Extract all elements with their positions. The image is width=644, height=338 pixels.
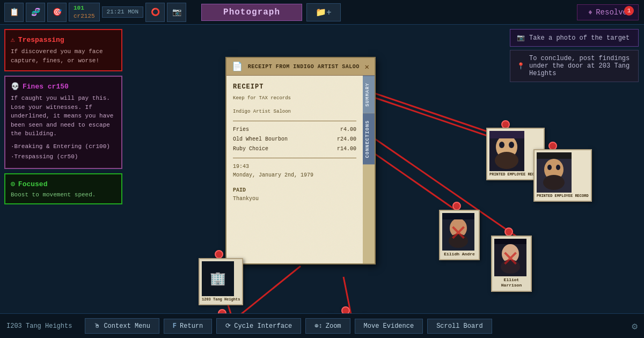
doc-close-button[interactable]: ✕ bbox=[365, 62, 369, 71]
crossed1-pin bbox=[452, 202, 461, 210]
context-menu-button[interactable]: 🖱 Context Menu bbox=[85, 318, 159, 334]
fines-text: If caught you will pay this. Lose your w… bbox=[11, 94, 116, 138]
photograph-tab[interactable]: Photograph bbox=[201, 4, 302, 21]
calendar-icon[interactable]: 📋 bbox=[4, 3, 24, 22]
left-panel: ⚠ Trespassing If discovered you may face… bbox=[4, 29, 122, 204]
bottom-bar: I203 Tang Heights 🖱 Context Menu F Retur… bbox=[0, 313, 644, 338]
location-label: 1203 Tang Heights bbox=[202, 297, 240, 302]
doc-icon: 📄 bbox=[232, 61, 243, 72]
resolve-badge: 1 bbox=[624, 6, 634, 16]
svg-point-10 bbox=[499, 142, 504, 148]
receipt-sub2: Indigo Artist Saloon bbox=[233, 108, 356, 115]
location-display: I203 Tang Heights bbox=[6, 322, 72, 330]
trespassing-text: If discovered you may face capture, fine… bbox=[11, 47, 116, 65]
location-card[interactable]: 🏢 1203 Tang Heights bbox=[199, 258, 243, 305]
face2-image bbox=[537, 152, 572, 193]
crossed-card-2[interactable]: ✕ Elliot Harrison bbox=[491, 236, 532, 292]
svg-rect-12 bbox=[489, 131, 524, 138]
doc-body: RECEIPT Keep for TAX records Indigo Arti… bbox=[226, 76, 375, 263]
receipt-paid: PAID Thankyou bbox=[233, 186, 356, 203]
doc-tabs: SUMMARY CONNECTIONS bbox=[363, 76, 375, 263]
scroll-board-button[interactable]: Scroll Board bbox=[427, 319, 492, 334]
doc-title: Receipt from Indigo Artist Saloo bbox=[248, 64, 360, 70]
receipt-title: RECEIPT bbox=[233, 82, 356, 92]
svg-rect-26 bbox=[494, 239, 526, 244]
connections-tab[interactable]: CONNECTIONS bbox=[363, 113, 375, 164]
fines-title: 💀 Fines cr150 bbox=[11, 82, 116, 91]
doc-content: RECEIPT Keep for TAX records Indigo Arti… bbox=[226, 76, 363, 263]
camera-pin bbox=[341, 306, 350, 313]
receipt-sub1: Keep for TAX records bbox=[233, 94, 356, 102]
svg-point-13 bbox=[495, 152, 518, 169]
warning-icon: ⚠ bbox=[11, 35, 15, 44]
crossed-card-1[interactable]: ✕ Eilidh Andre bbox=[439, 210, 480, 260]
svg-rect-22 bbox=[442, 213, 474, 219]
trespassing-alert: ⚠ Trespassing If discovered you may face… bbox=[4, 29, 122, 71]
focused-icon: ⊙ bbox=[11, 180, 15, 188]
target-icon[interactable]: 🎯 bbox=[47, 3, 67, 22]
crossed2-image: ✕ bbox=[494, 239, 526, 276]
doc-header: 📄 Receipt from Indigo Artist Saloo ✕ bbox=[226, 58, 375, 76]
receipt-datetime: 19:43 Monday, January 2nd, 1979 bbox=[233, 163, 356, 180]
receipt-item-3: Ruby Choice r14.00 bbox=[233, 145, 356, 153]
svg-rect-18 bbox=[537, 152, 572, 159]
fines-box: 💀 Fines cr150 If caught you will pay thi… bbox=[4, 76, 122, 169]
svg-point-17 bbox=[556, 165, 560, 170]
fines-icon: 💀 bbox=[11, 82, 19, 91]
receipt-divider-2 bbox=[233, 158, 356, 158]
receipt-divider-1 bbox=[233, 121, 356, 121]
crossed2-label: Elliot Harrison bbox=[494, 277, 529, 289]
f-key: F bbox=[173, 322, 177, 330]
crossed1-label: Eilidh Andre bbox=[442, 252, 477, 257]
move-evidence-button[interactable]: Move Evidence bbox=[355, 319, 423, 334]
money-stat: 101 cr2125 bbox=[69, 3, 100, 21]
svg-point-19 bbox=[543, 175, 565, 190]
zoom-icon: ⊕↕ bbox=[314, 322, 322, 330]
instruction-2: 📍 To conclude, post findings under the d… bbox=[510, 50, 639, 82]
location-pin bbox=[215, 250, 223, 259]
fines-list: ·Breaking & Entering (cr100) ·Trespassin… bbox=[11, 142, 116, 163]
svg-point-11 bbox=[509, 142, 514, 148]
trespassing-title: ⚠ Trespassing bbox=[11, 35, 116, 44]
camera-instruction-icon: 📷 bbox=[517, 34, 525, 42]
resolve-button[interactable]: ♦ Resolve 1 bbox=[577, 4, 639, 20]
cycle-interface-button[interactable]: ⟳ Cycle Interface bbox=[216, 318, 301, 334]
folder-button[interactable]: 📁+ bbox=[306, 3, 341, 21]
right-panel: 📷 Take a photo of the target 📍 To conclu… bbox=[510, 29, 639, 85]
scroll-icon: ⚙ bbox=[632, 320, 638, 332]
focused-text: Boost to movement speed. bbox=[11, 192, 116, 198]
face1-image bbox=[489, 131, 524, 171]
location-instruction-icon: 📍 bbox=[517, 62, 525, 70]
svg-point-16 bbox=[547, 165, 552, 170]
focused-box: ⊙ Focused Boost to movement speed. bbox=[4, 173, 122, 204]
time-stat: 21:21 MON bbox=[102, 6, 143, 17]
receipt-item-2: Old Wheel Bourbon r24.00 bbox=[233, 135, 356, 144]
svg-point-27 bbox=[501, 260, 520, 274]
top-bar: 📋 🧬 🎯 101 cr2125 21:21 MON ⭕ 📷 Photograp… bbox=[0, 0, 644, 25]
fine-item-1: ·Breaking & Entering (cr100) bbox=[11, 142, 116, 152]
return-button[interactable]: F Return bbox=[164, 319, 212, 334]
crossed1-image: ✕ bbox=[442, 213, 474, 251]
evidence-board: ⚠ Trespassing If discovered you may face… bbox=[0, 25, 644, 313]
crossed2-pin bbox=[504, 227, 513, 236]
circle-icon[interactable]: ⭕ bbox=[145, 3, 165, 22]
face-card-2[interactable]: Printed Employee Record bbox=[533, 149, 592, 202]
face2-label: Printed Employee Record bbox=[537, 194, 589, 199]
svg-point-23 bbox=[449, 234, 468, 248]
camera-tab-icon[interactable]: 📷 bbox=[167, 3, 186, 22]
location-image: 🏢 bbox=[202, 261, 234, 296]
document-card[interactable]: 📄 Receipt from Indigo Artist Saloo ✕ REC… bbox=[225, 57, 376, 264]
svg-line-1 bbox=[354, 86, 504, 137]
zoom-button[interactable]: ⊕↕ Zoom bbox=[305, 318, 350, 334]
summary-tab[interactable]: SUMMARY bbox=[363, 76, 375, 113]
instruction-1: 📷 Take a photo of the target bbox=[510, 29, 639, 47]
cycle-icon: ⟳ bbox=[225, 322, 231, 330]
mouse-icon: 🖱 bbox=[94, 322, 100, 330]
receipt-item-1: Fries r4.00 bbox=[233, 126, 356, 134]
top-bar-left: 📋 🧬 🎯 101 cr2125 21:21 MON ⭕ 📷 bbox=[0, 3, 191, 22]
focused-title: ⊙ Focused bbox=[11, 180, 116, 188]
unknown-pin bbox=[218, 309, 226, 313]
fine-item-2: ·Trespassing (cr50) bbox=[11, 152, 116, 163]
dna-icon[interactable]: 🧬 bbox=[26, 3, 45, 22]
